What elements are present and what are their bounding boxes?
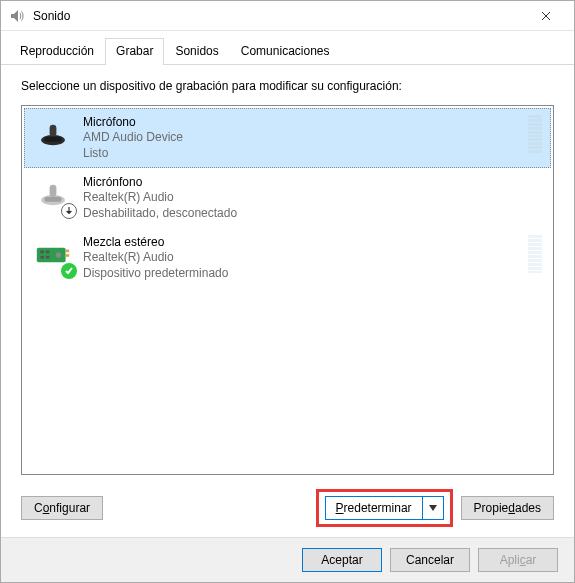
- svg-rect-4: [50, 185, 57, 197]
- cancel-button[interactable]: Cancelar: [390, 548, 470, 572]
- microphone-icon: [33, 175, 73, 215]
- arrow-down-icon: [61, 203, 77, 219]
- instruction-text: Seleccione un dispositivo de grabación p…: [21, 79, 554, 93]
- device-info: Micrónfono Realtek(R) Audio Deshabilitad…: [83, 175, 542, 221]
- device-status: Deshabilitado, desconectado: [83, 206, 542, 222]
- device-name: Mezcla estéreo: [83, 235, 522, 249]
- set-default-button[interactable]: Predeterminar: [326, 497, 423, 519]
- svg-rect-13: [66, 254, 70, 257]
- annotation-highlight: Predeterminar: [316, 489, 453, 527]
- device-item[interactable]: Micrófono AMD Audio Device Listo: [24, 108, 551, 168]
- svg-rect-1: [50, 125, 57, 137]
- device-info: Mezcla estéreo Realtek(R) Audio Disposit…: [83, 235, 522, 281]
- device-status: Dispositivo predeterminado: [83, 266, 522, 282]
- ok-button[interactable]: Aceptar: [302, 548, 382, 572]
- svg-rect-8: [46, 251, 50, 254]
- properties-button[interactable]: Propiedades: [461, 496, 554, 520]
- svg-rect-7: [40, 251, 44, 254]
- microphone-icon: [33, 115, 73, 155]
- device-subtitle: Realtek(R) Audio: [83, 190, 542, 206]
- device-subtitle: AMD Audio Device: [83, 130, 522, 146]
- dropdown-arrow-icon[interactable]: [423, 497, 443, 519]
- tab-playback[interactable]: Reproducción: [9, 38, 105, 64]
- level-meter: [528, 235, 542, 273]
- svg-rect-2: [45, 137, 62, 142]
- svg-rect-10: [46, 256, 50, 259]
- device-item[interactable]: Micrónfono Realtek(R) Audio Deshabilitad…: [24, 168, 551, 228]
- tab-content: Seleccione un dispositivo de grabación p…: [1, 65, 574, 537]
- close-button[interactable]: [526, 1, 566, 31]
- window-title: Sonido: [33, 9, 526, 23]
- set-default-split-button[interactable]: Predeterminar: [325, 496, 444, 520]
- device-item[interactable]: Mezcla estéreo Realtek(R) Audio Disposit…: [24, 228, 551, 288]
- checkmark-icon: [61, 263, 77, 279]
- dialog-buttons: Aceptar Cancelar Aplicar: [1, 537, 574, 582]
- svg-rect-9: [40, 256, 44, 259]
- button-label: Configurar: [34, 501, 90, 515]
- tab-recording[interactable]: Grabar: [105, 38, 164, 65]
- svg-rect-5: [45, 197, 62, 202]
- tab-communications[interactable]: Comunicaciones: [230, 38, 341, 64]
- apply-button: Aplicar: [478, 548, 558, 572]
- device-info: Micrófono AMD Audio Device Listo: [83, 115, 522, 161]
- titlebar: Sonido: [1, 1, 574, 31]
- svg-rect-6: [37, 248, 66, 262]
- device-subtitle: Realtek(R) Audio: [83, 250, 522, 266]
- button-label: Aplicar: [500, 553, 537, 567]
- device-list[interactable]: Micrófono AMD Audio Device Listo Micrónf…: [21, 105, 554, 475]
- sound-dialog: Sonido Reproducción Grabar Sonidos Comun…: [0, 0, 575, 583]
- svg-point-11: [56, 253, 61, 258]
- level-meter: [528, 115, 542, 153]
- configure-button[interactable]: Configurar: [21, 496, 103, 520]
- device-name: Micrófono: [83, 115, 522, 129]
- speaker-icon: [9, 8, 25, 24]
- soundcard-icon: [33, 235, 73, 275]
- tab-strip: Reproducción Grabar Sonidos Comunicacion…: [1, 31, 574, 65]
- device-name: Micrónfono: [83, 175, 542, 189]
- action-row: Configurar Predeterminar Propiedades: [21, 489, 554, 527]
- tab-sounds[interactable]: Sonidos: [164, 38, 229, 64]
- device-status: Listo: [83, 146, 522, 162]
- svg-rect-12: [66, 250, 70, 253]
- button-label: Propiedades: [474, 501, 541, 515]
